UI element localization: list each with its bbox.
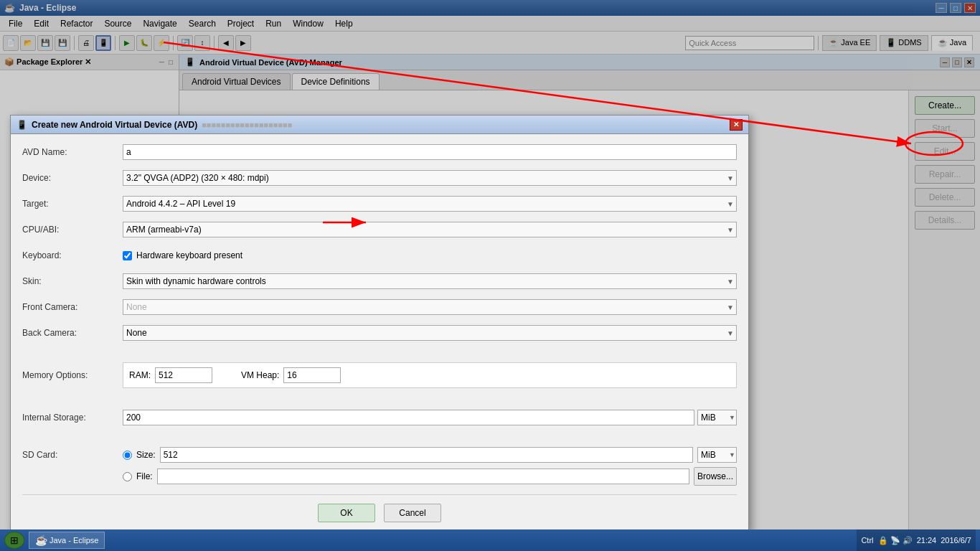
- ram-label: RAM:: [129, 370, 151, 380]
- target-label: Target:: [22, 199, 123, 209]
- cpu-label: CPU/ABI:: [22, 225, 123, 235]
- target-select-wrapper: Android 4.4.2 – API Level 19 ▼: [123, 196, 737, 212]
- storage-input[interactable]: [123, 410, 694, 425]
- keyboard-checkbox-row: Hardware keyboard present: [123, 250, 242, 260]
- ok-btn[interactable]: OK: [318, 504, 375, 522]
- tray-icons: 🔒 📡 🔊: [878, 536, 913, 545]
- storage-input-row: MiB GiB ▼: [123, 410, 737, 425]
- taskbar-eclipse-icon: ☕: [35, 534, 47, 546]
- sdcard-size-radio[interactable]: [123, 451, 132, 460]
- cpu-select[interactable]: ARM (armeabi-v7a): [123, 222, 737, 237]
- sdcard-file-input[interactable]: [157, 468, 689, 484]
- device-row: Device: 3.2" QVGA (ADP2) (320 × 480: mdp…: [22, 169, 737, 187]
- dialog-footer: OK Cancel: [22, 494, 737, 531]
- dialog-title-extra: ■■■■■■■■■■■■■■■■■■■: [202, 121, 292, 129]
- device-label: Device:: [22, 173, 123, 183]
- skin-label: Skin:: [22, 276, 123, 286]
- sdcard-unit-wrapper: MiB GiB ▼: [697, 447, 737, 463]
- sdcard-file-label: File:: [136, 471, 153, 481]
- device-select[interactable]: 3.2" QVGA (ADP2) (320 × 480: mdpi): [123, 170, 737, 186]
- front-camera-row: Front Camera: None ▼: [22, 298, 737, 316]
- sdcard-section: Size: MiB GiB ▼ File:: [123, 447, 737, 486]
- vm-heap-label: VM Heap:: [241, 370, 279, 380]
- storage-row: Internal Storage: MiB GiB ▼: [22, 408, 737, 427]
- tray-date: 2016/6/7: [941, 536, 971, 545]
- sdcard-label: SD Card:: [22, 447, 123, 460]
- ram-field: RAM:: [129, 367, 212, 383]
- front-camera-label: Front Camera:: [22, 302, 123, 312]
- keyboard-checkbox[interactable]: [123, 251, 132, 260]
- ram-input[interactable]: [155, 367, 212, 383]
- target-select[interactable]: Android 4.4.2 – API Level 19: [123, 196, 737, 212]
- start-button[interactable]: ⊞: [4, 532, 24, 549]
- tray-time: 21:24: [917, 536, 937, 545]
- sdcard-file-row: File: Browse...: [123, 467, 737, 486]
- device-select-wrapper: 3.2" QVGA (ADP2) (320 × 480: mdpi) ▼: [123, 170, 737, 186]
- skin-select[interactable]: Skin with dynamic hardware controls: [123, 273, 737, 289]
- vm-heap-field: VM Heap:: [241, 367, 341, 383]
- storage-label: Internal Storage:: [22, 413, 123, 423]
- cancel-btn[interactable]: Cancel: [384, 504, 441, 522]
- tray-keyboard: Ctrl: [861, 536, 873, 545]
- skin-select-wrapper: Skin with dynamic hardware controls ▼: [123, 273, 737, 289]
- sdcard-size-label: Size:: [136, 450, 156, 460]
- avd-name-label: AVD Name:: [22, 147, 123, 157]
- sdcard-size-row: Size: MiB GiB ▼: [123, 447, 737, 463]
- section-spacer-2: [22, 395, 737, 401]
- dialog-close-btn[interactable]: ✕: [730, 119, 743, 131]
- dialog-title: Create new Android Virtual Device (AVD): [32, 120, 197, 130]
- skin-row: Skin: Skin with dynamic hardware control…: [22, 272, 737, 291]
- cpu-select-wrapper: ARM (armeabi-v7a) ▼: [123, 222, 737, 237]
- section-spacer-3: [22, 434, 737, 440]
- avd-name-input[interactable]: [123, 144, 737, 160]
- storage-unit-select[interactable]: MiB GiB: [697, 410, 737, 425]
- front-camera-select-wrapper: None ▼: [123, 299, 737, 315]
- keyboard-text: Hardware keyboard present: [136, 250, 242, 260]
- sdcard-unit-select[interactable]: MiB GiB: [697, 447, 737, 463]
- avd-name-row: AVD Name:: [22, 143, 737, 161]
- keyboard-label: Keyboard:: [22, 250, 123, 260]
- dialog-titlebar: 📱 Create new Android Virtual Device (AVD…: [11, 116, 748, 134]
- dialog-icon: 📱: [17, 120, 27, 130]
- keyboard-row: Keyboard: Hardware keyboard present: [22, 246, 737, 265]
- back-camera-row: Back Camera: None ▼: [22, 324, 737, 342]
- front-camera-select[interactable]: None: [123, 299, 737, 315]
- sdcard-browse-btn[interactable]: Browse...: [694, 467, 737, 486]
- modal-overlay: 📱 Create new Android Virtual Device (AVD…: [0, 0, 980, 529]
- back-camera-select-wrapper: None ▼: [123, 325, 737, 341]
- memory-row: Memory Options: RAM: VM Heap:: [22, 362, 737, 388]
- taskbar-eclipse-label: Java - Eclipse: [50, 536, 98, 545]
- sdcard-row: SD Card: Size: MiB GiB ▼: [22, 447, 737, 486]
- section-spacer-1: [22, 349, 737, 355]
- create-avd-dialog: 📱 Create new Android Virtual Device (AVD…: [10, 115, 749, 532]
- system-tray: Ctrl 🔒 📡 🔊 21:24 2016/6/7: [857, 529, 976, 551]
- dialog-titlebar-left: 📱 Create new Android Virtual Device (AVD…: [17, 120, 292, 130]
- taskbar: ⊞ ☕ Java - Eclipse Ctrl 🔒 📡 🔊 21:24 2016…: [0, 529, 980, 551]
- sdcard-size-input[interactable]: [160, 447, 693, 463]
- back-camera-select[interactable]: None: [123, 325, 737, 341]
- target-row: Target: Android 4.4.2 – API Level 19 ▼: [22, 194, 737, 213]
- taskbar-eclipse-app[interactable]: ☕ Java - Eclipse: [29, 532, 105, 549]
- back-camera-label: Back Camera:: [22, 328, 123, 338]
- sdcard-file-radio[interactable]: [123, 472, 132, 481]
- cpu-row: CPU/ABI: ARM (armeabi-v7a) ▼: [22, 220, 737, 239]
- dialog-body: AVD Name: Device: 3.2" QVGA (ADP2) (320 …: [11, 134, 748, 494]
- memory-label: Memory Options:: [22, 370, 123, 380]
- storage-unit-wrapper: MiB GiB ▼: [697, 410, 737, 425]
- vm-heap-input[interactable]: [283, 367, 341, 383]
